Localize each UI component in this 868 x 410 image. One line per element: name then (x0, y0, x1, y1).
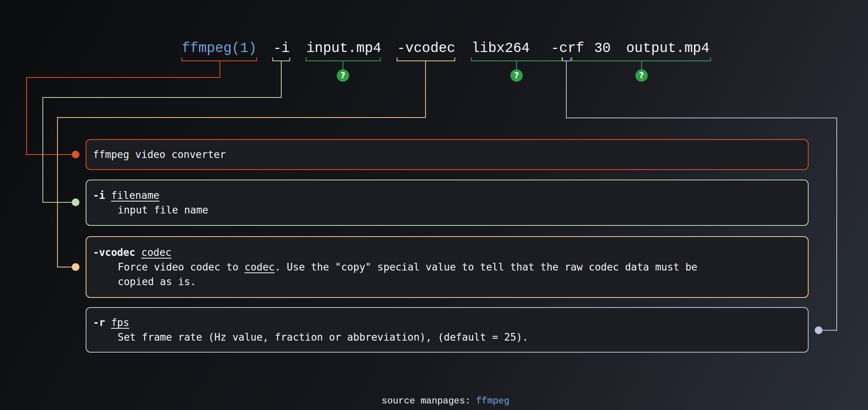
connector-lavender-top (566, 118, 837, 118)
option-heading: -r fps (93, 315, 799, 330)
bracket-r-flag (562, 57, 571, 61)
command-token-crf-flag: -crf (551, 40, 584, 57)
bracket-ffmpeg (181, 57, 257, 61)
endpoint-dot-r-flag (815, 326, 822, 334)
command-token-libx264: libx264 (471, 40, 530, 57)
drop-line-i-flag (281, 61, 282, 98)
help-box-r-flag: -r fps Set frame rate (Hz value, fractio… (86, 307, 809, 353)
help-box-i-flag: -i filename input file name (86, 180, 809, 226)
help-text: Force video codec to codec. Use the "cop… (118, 260, 799, 274)
endpoint-dot-ffmpeg (72, 151, 79, 158)
question-mark-icon[interactable]: ? (337, 69, 349, 82)
endpoint-dot-i-flag (72, 198, 79, 206)
help-text: copied as is. (118, 274, 799, 289)
connector-green-top (42, 97, 282, 98)
command-token-i-flag: -i (273, 40, 290, 57)
command-token-input-file: input.mp4 (306, 40, 381, 57)
connector-peach-bottom (57, 267, 72, 267)
connector-lavender-bottom (822, 330, 836, 331)
connector-orange-rail (26, 77, 27, 155)
command-token-output-file: output.mp4 (626, 40, 709, 57)
help-box-vcodec: -vcodec codec Force video codec to codec… (86, 236, 809, 298)
question-mark-icon[interactable]: ? (510, 69, 523, 82)
source-manpages-label: source manpages: (382, 396, 476, 406)
help-box-ffmpeg: ffmpeg video converter (86, 139, 809, 170)
connector-lavender-rail (836, 118, 837, 331)
help-text: input file name (118, 203, 799, 217)
help-text: Set frame rate (Hz value, fraction or ab… (118, 330, 799, 344)
option-heading: -i filename (93, 188, 799, 203)
connector-peach-rail (57, 117, 58, 267)
option-heading: -vcodec codec (93, 245, 799, 260)
connector-green-rail (42, 97, 43, 203)
drop-line-output-help (641, 61, 642, 70)
manpage-link[interactable]: ffmpeg (476, 396, 509, 406)
endpoint-dot-vcodec (72, 263, 79, 271)
drop-line-libx264-help (516, 61, 517, 70)
connector-orange-top (26, 77, 220, 78)
drop-line-input-help (343, 61, 343, 70)
connector-peach-top (57, 117, 426, 118)
drop-line-r-flag (566, 61, 567, 118)
command-token-program-link[interactable]: ffmpeg(1) (182, 40, 257, 57)
drop-line-ffmpeg (220, 61, 220, 78)
explainshell-page: ffmpeg(1) -i input.mp4 -vcodec libx264 -… (0, 0, 868, 410)
footer: source manpages: ffmpeg (382, 395, 509, 407)
bracket-vcodec-flag (397, 57, 455, 61)
command-token-vcodec-flag: -vcodec (397, 40, 455, 57)
help-text: ffmpeg video converter (93, 147, 799, 162)
drop-line-vcodec (425, 61, 426, 118)
command-token-crf-value: 30 (594, 40, 611, 57)
connector-orange-bottom (26, 154, 72, 155)
question-mark-icon[interactable]: ? (635, 69, 648, 82)
